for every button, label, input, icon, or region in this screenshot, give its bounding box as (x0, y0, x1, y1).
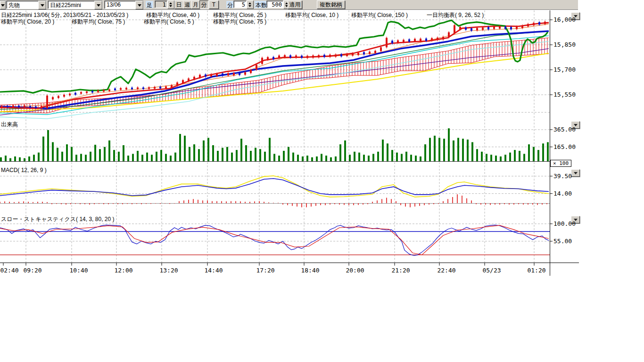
plot-area (0, 10, 550, 263)
ma-10-orange-line (0, 24, 549, 108)
volume-axis-dropdown-button[interactable] (571, 121, 580, 129)
macd-axis-dropdown-button[interactable] (571, 169, 580, 177)
price-axis-dropdown-button[interactable] (571, 12, 580, 20)
chart-canvas (0, 0, 644, 362)
stoch-axis-dropdown-button[interactable] (571, 216, 580, 223)
volume-bars (0, 128, 549, 161)
chart-application-window: 先物 日経225mini 13/06 足 1 日 週 月 分 T 分 5 本数 … (0, 0, 644, 362)
macd-panel (0, 176, 550, 207)
stochastics-panel (0, 225, 550, 255)
ma-5-red-line (0, 23, 549, 108)
